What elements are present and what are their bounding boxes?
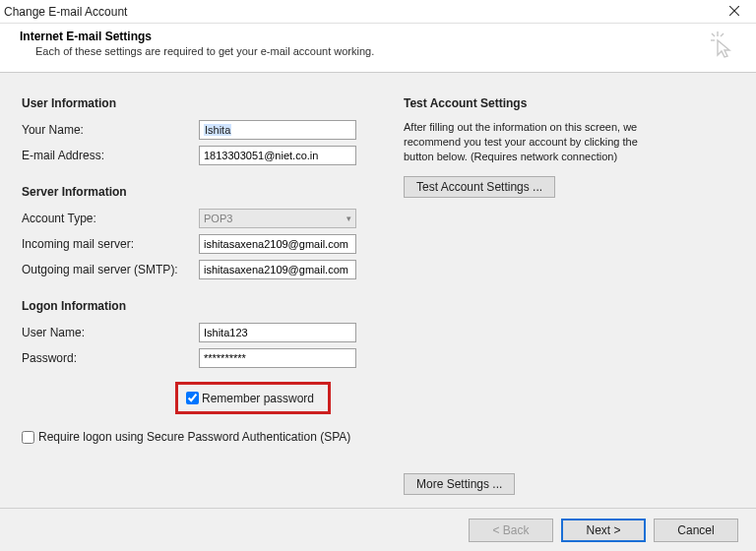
close-button[interactable] [719, 5, 750, 19]
right-column: Test Account Settings After filling out … [404, 96, 734, 508]
email-row: E-mail Address: [22, 146, 376, 165]
remember-password-label: Remember password [202, 392, 314, 405]
account-type-label: Account Type: [22, 212, 199, 225]
outgoing-server-input[interactable] [199, 260, 356, 279]
spa-checkbox[interactable] [22, 431, 34, 444]
username-input[interactable] [199, 323, 356, 342]
test-account-settings-button[interactable]: Test Account Settings ... [404, 176, 555, 198]
left-column: User Information Your Name: Ishita E-mai… [22, 96, 376, 508]
remember-password-highlight: Remember password [175, 382, 331, 414]
svg-line-5 [721, 33, 724, 36]
account-type-row: Account Type: POP3 ▾ [22, 209, 376, 228]
your-name-label: Your Name: [22, 123, 199, 137]
back-button: < Back [469, 519, 553, 542]
account-type-value: POP3 [204, 213, 232, 224]
header-subtitle: Each of these settings are required to g… [35, 45, 374, 57]
email-label: E-mail Address: [22, 149, 199, 162]
your-name-value: Ishita [204, 124, 231, 136]
close-icon [729, 5, 739, 19]
spa-label: Require logon using Secure Password Auth… [38, 430, 350, 444]
password-label: Password: [22, 351, 199, 365]
password-input[interactable] [199, 348, 356, 368]
incoming-label: Incoming mail server: [22, 237, 199, 251]
email-input[interactable] [199, 146, 356, 165]
svg-line-4 [712, 33, 715, 36]
server-information-title: Server Information [22, 185, 376, 199]
header-text: Internet E-mail Settings Each of these s… [20, 30, 374, 57]
window-title: Change E-mail Account [4, 5, 719, 19]
password-row: Password: [22, 348, 376, 368]
outgoing-row: Outgoing mail server (SMTP): [22, 260, 376, 279]
your-name-input[interactable]: Ishita [199, 120, 356, 140]
test-account-text: After filling out the information on thi… [404, 120, 660, 164]
more-settings-button[interactable]: More Settings ... [404, 473, 515, 495]
username-label: User Name: [22, 326, 199, 339]
next-button[interactable]: Next > [561, 519, 646, 542]
account-type-select: POP3 ▾ [199, 209, 356, 228]
outgoing-label: Outgoing mail server (SMTP): [22, 263, 199, 276]
footer: < Back Next > Cancel [0, 508, 756, 551]
spa-row: Require logon using Secure Password Auth… [22, 430, 376, 444]
user-information-title: User Information [22, 96, 376, 110]
cancel-button[interactable]: Cancel [654, 519, 738, 542]
incoming-server-input[interactable] [199, 234, 356, 254]
your-name-row: Your Name: Ishita [22, 120, 376, 140]
username-row: User Name: [22, 323, 376, 342]
titlebar: Change E-mail Account [0, 0, 756, 24]
remember-password-checkbox[interactable] [186, 392, 199, 404]
logon-information-title: Logon Information [22, 299, 376, 313]
dialog-header: Internet E-mail Settings Each of these s… [0, 24, 756, 72]
cursor-click-icon [711, 31, 736, 64]
header-title: Internet E-mail Settings [20, 30, 374, 43]
incoming-row: Incoming mail server: [22, 234, 376, 254]
chevron-down-icon: ▾ [346, 214, 351, 223]
test-account-title: Test Account Settings [404, 96, 734, 110]
content-area: User Information Your Name: Ishita E-mai… [0, 73, 756, 508]
